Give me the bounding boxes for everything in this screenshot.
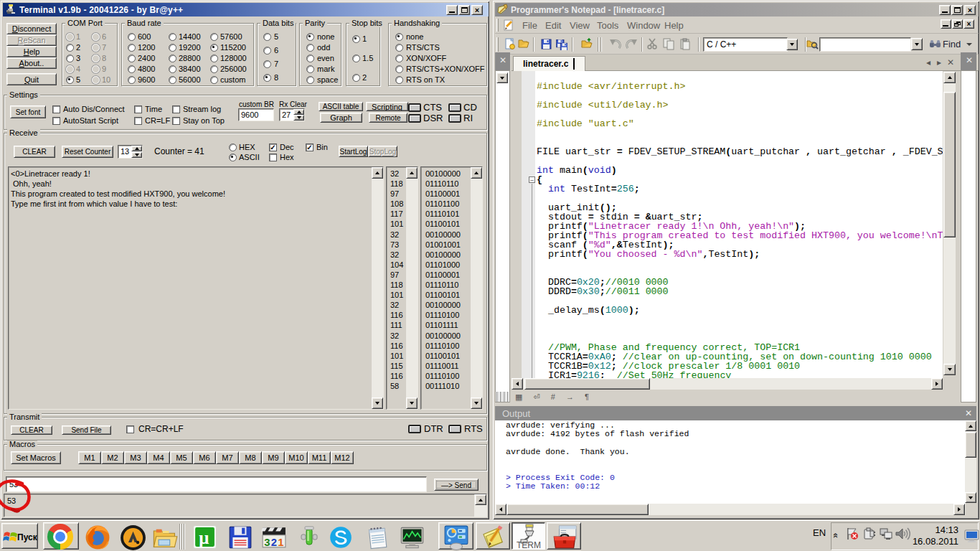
svg-text:1: 1 [278,537,283,548]
svg-text:2: 2 [271,537,277,548]
svg-text:μ: μ [199,528,209,547]
svg-text:3: 3 [264,537,270,548]
